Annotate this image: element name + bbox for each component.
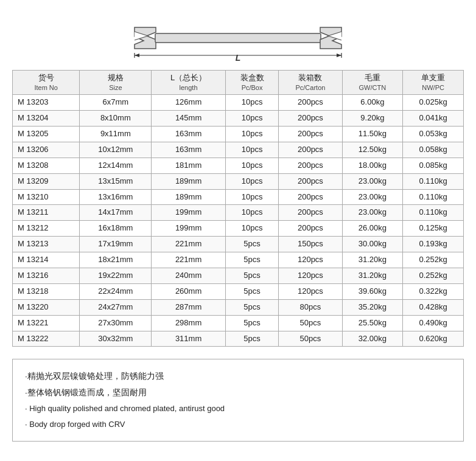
wrench-image: L xyxy=(128,15,348,61)
table-cell-0-0: M 13203 xyxy=(13,95,80,111)
table-cell-6-5: 23.00kg xyxy=(342,189,403,205)
table-cell-5-2: 189mm xyxy=(152,173,226,189)
table-cell-1-1: 8x10mm xyxy=(80,111,152,127)
table-cell-8-3: 10pcs xyxy=(225,221,279,237)
svg-text:L: L xyxy=(236,53,241,61)
table-cell-0-1: 6x7mm xyxy=(80,95,152,111)
table-cell-8-5: 26.00kg xyxy=(342,221,403,237)
table-cell-6-0: M 13210 xyxy=(13,189,80,205)
table-cell-11-4: 120pcs xyxy=(279,268,342,283)
table-cell-7-6: 0.110kg xyxy=(403,205,464,221)
table-cell-1-5: 9.20kg xyxy=(342,111,403,127)
col-header-3: 装盒数Pc/Box xyxy=(225,71,279,95)
table-cell-10-5: 31.20kg xyxy=(342,252,403,268)
table-cell-12-3: 5pcs xyxy=(225,283,279,299)
table-row: M 1320812x14mm181mm10pcs200pcs18.00kg0.0… xyxy=(13,158,464,173)
table-row: M 1322230x32mm311mm5pcs50pcs32.00kg0.620… xyxy=(13,331,464,347)
table-cell-4-4: 200pcs xyxy=(279,158,342,173)
table-cell-12-4: 120pcs xyxy=(279,283,342,299)
table-cell-14-5: 25.50kg xyxy=(342,315,403,331)
table-row: M 132048x10mm145mm10pcs200pcs9.20kg0.041… xyxy=(13,111,464,127)
table-cell-12-6: 0.322kg xyxy=(403,283,464,299)
table-cell-13-5: 35.20kg xyxy=(342,299,403,315)
table-cell-8-6: 0.125kg xyxy=(403,221,464,237)
table-cell-6-6: 0.110kg xyxy=(403,189,464,205)
table-cell-15-4: 50pcs xyxy=(279,331,342,347)
table-row: M 1321619x22mm240mm5pcs120pcs31.20kg0.25… xyxy=(13,268,464,283)
table-row: M 1321418x21mm221mm5pcs120pcs31.20kg0.25… xyxy=(13,252,464,268)
table-cell-5-6: 0.110kg xyxy=(403,173,464,189)
table-cell-14-4: 50pcs xyxy=(279,315,342,331)
table-cell-5-5: 23.00kg xyxy=(342,173,403,189)
table-cell-3-3: 10pcs xyxy=(225,142,279,158)
table-cell-2-6: 0.053kg xyxy=(403,126,464,142)
table-header-row: 货号Item No规格SizeL（总长）length装盒数Pc/Box装箱数Pc… xyxy=(13,71,464,95)
table-cell-2-2: 163mm xyxy=(152,126,226,142)
table-cell-2-3: 10pcs xyxy=(225,126,279,142)
table-cell-14-0: M 13221 xyxy=(13,315,80,331)
wrench-diagram: L xyxy=(12,6,464,64)
table-cell-4-1: 12x14mm xyxy=(80,158,152,173)
table-row: M 1321114x17mm199mm10pcs200pcs23.00kg0.1… xyxy=(13,205,464,221)
table-cell-11-3: 5pcs xyxy=(225,268,279,283)
table-cell-11-1: 19x22mm xyxy=(80,268,152,283)
table-cell-14-3: 5pcs xyxy=(225,315,279,331)
table-cell-10-3: 5pcs xyxy=(225,252,279,268)
table-cell-1-6: 0.041kg xyxy=(403,111,464,127)
table-cell-13-1: 24x27mm xyxy=(80,299,152,315)
table-cell-4-6: 0.085kg xyxy=(403,158,464,173)
table-cell-9-2: 221mm xyxy=(152,237,226,252)
table-cell-9-5: 30.00kg xyxy=(342,237,403,252)
table-cell-15-0: M 13222 xyxy=(13,331,80,347)
table-cell-12-0: M 13218 xyxy=(13,283,80,299)
table-cell-1-4: 200pcs xyxy=(279,111,342,127)
table-cell-9-4: 150pcs xyxy=(279,237,342,252)
table-cell-15-6: 0.620kg xyxy=(403,331,464,347)
table-cell-3-0: M 13206 xyxy=(13,142,80,158)
table-cell-1-2: 145mm xyxy=(152,111,226,127)
table-cell-1-3: 10pcs xyxy=(225,111,279,127)
col-header-6: 单支重NW/PC xyxy=(403,71,464,95)
table-cell-14-1: 27x30mm xyxy=(80,315,152,331)
col-header-5: 毛重GW/CTN xyxy=(342,71,403,95)
feature-item-0: ·精抛光双层镍镀铬处理，防锈能力强 xyxy=(25,368,451,384)
table-cell-10-6: 0.252kg xyxy=(403,252,464,268)
table-cell-12-1: 22x24mm xyxy=(80,283,152,299)
features-section: ·精抛光双层镍镀铬处理，防锈能力强·整体铬钒钢锻造而成，坚固耐用· High q… xyxy=(12,359,464,442)
table-cell-13-4: 80pcs xyxy=(279,299,342,315)
table-cell-11-0: M 13216 xyxy=(13,268,80,283)
table-row: M 1320913x15mm189mm10pcs200pcs23.00kg0.1… xyxy=(13,173,464,189)
table-cell-8-4: 200pcs xyxy=(279,221,342,237)
table-cell-8-2: 199mm xyxy=(152,221,226,237)
product-table: 货号Item No规格SizeL（总长）length装盒数Pc/Box装箱数Pc… xyxy=(12,70,464,347)
table-cell-13-6: 0.428kg xyxy=(403,299,464,315)
table-cell-10-0: M 13214 xyxy=(13,252,80,268)
table-cell-5-0: M 13209 xyxy=(13,173,80,189)
table-cell-4-0: M 13208 xyxy=(13,158,80,173)
table-cell-1-0: M 13204 xyxy=(13,111,80,127)
table-cell-3-1: 10x12mm xyxy=(80,142,152,158)
table-cell-13-0: M 13220 xyxy=(13,299,80,315)
feature-item-2: · High quality polished and chromed plat… xyxy=(25,401,451,417)
table-cell-0-6: 0.025kg xyxy=(403,95,464,111)
table-cell-0-4: 200pcs xyxy=(279,95,342,111)
table-row: M 1321317x19mm221mm5pcs150pcs30.00kg0.19… xyxy=(13,237,464,252)
table-cell-0-5: 6.00kg xyxy=(342,95,403,111)
table-cell-4-2: 181mm xyxy=(152,158,226,173)
table-cell-5-4: 200pcs xyxy=(279,173,342,189)
table-cell-2-5: 11.50kg xyxy=(342,126,403,142)
col-header-1: 规格Size xyxy=(80,71,152,95)
table-cell-11-6: 0.252kg xyxy=(403,268,464,283)
table-cell-6-1: 13x16mm xyxy=(80,189,152,205)
table-cell-7-1: 14x17mm xyxy=(80,205,152,221)
table-cell-6-3: 10pcs xyxy=(225,189,279,205)
table-row: M 1322024x27mm287mm5pcs80pcs35.20kg0.428… xyxy=(13,299,464,315)
table-cell-3-2: 163mm xyxy=(152,142,226,158)
table-cell-7-0: M 13211 xyxy=(13,205,80,221)
table-cell-3-4: 200pcs xyxy=(279,142,342,158)
table-cell-2-0: M 13205 xyxy=(13,126,80,142)
col-header-2: L（总长）length xyxy=(152,71,226,95)
table-cell-6-2: 189mm xyxy=(152,189,226,205)
table-cell-3-6: 0.058kg xyxy=(403,142,464,158)
page-container: L 货号Item No规格SizeL（总长）length装盒数Pc/Box装箱数… xyxy=(0,0,476,454)
